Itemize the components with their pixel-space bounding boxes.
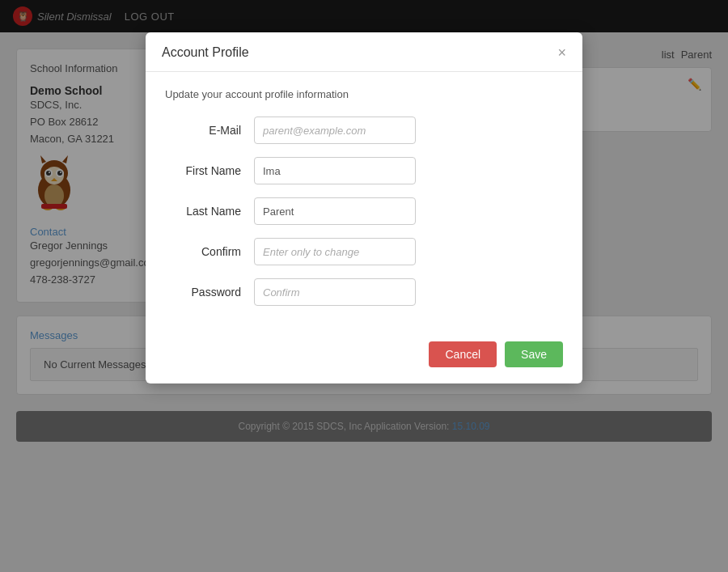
lastname-row: Last Name: [165, 197, 563, 225]
confirm-label: Confirm: [165, 245, 254, 258]
email-input[interactable]: [254, 117, 416, 144]
modal-close-button[interactable]: ×: [557, 45, 566, 60]
firstname-input[interactable]: [254, 157, 416, 184]
modal-header: Account Profile ×: [146, 32, 582, 72]
firstname-label: First Name: [165, 164, 254, 177]
confirm-row: Confirm: [165, 238, 563, 265]
lastname-label: Last Name: [165, 205, 254, 218]
password-row: Password: [165, 278, 563, 306]
password-label: Password: [165, 286, 254, 299]
modal-subtitle: Update your account profile information: [165, 88, 563, 100]
confirm-input[interactable]: [254, 238, 416, 265]
modal-overlay: Account Profile × Update your account pr…: [0, 0, 728, 572]
firstname-row: First Name: [165, 157, 563, 184]
modal-title: Account Profile: [162, 45, 249, 60]
save-button[interactable]: Save: [505, 341, 563, 367]
modal-footer: Cancel Save: [146, 332, 582, 383]
email-row: E-Mail: [165, 117, 563, 144]
account-profile-modal: Account Profile × Update your account pr…: [146, 32, 582, 383]
password-input[interactable]: [254, 278, 416, 306]
cancel-button[interactable]: Cancel: [429, 341, 497, 367]
lastname-input[interactable]: [254, 197, 416, 225]
email-label: E-Mail: [165, 124, 254, 137]
modal-body: Update your account profile information …: [146, 72, 582, 332]
